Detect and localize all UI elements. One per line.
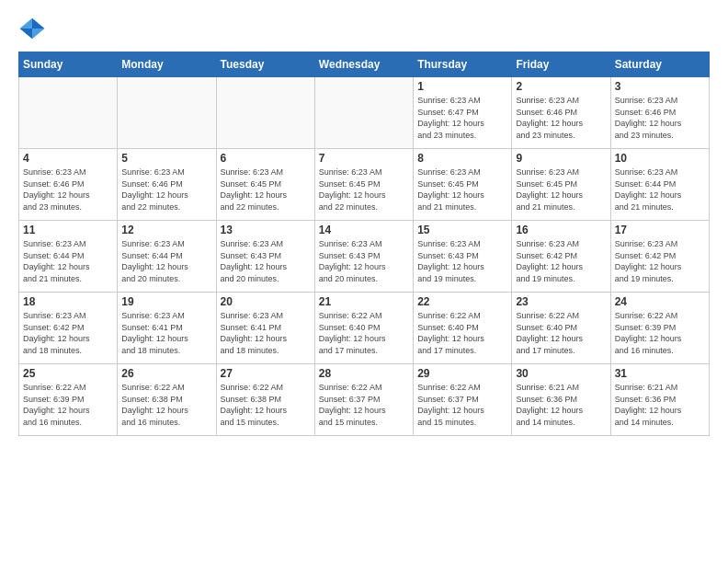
week-row-4: 18Sunrise: 6:23 AM Sunset: 6:42 PM Dayli… — [19, 293, 710, 364]
day-number: 10 — [615, 152, 705, 165]
calendar-cell: 15Sunrise: 6:23 AM Sunset: 6:43 PM Dayli… — [414, 221, 512, 293]
day-info: Sunrise: 6:23 AM Sunset: 6:47 PM Dayligh… — [417, 95, 507, 141]
day-info: Sunrise: 6:21 AM Sunset: 6:36 PM Dayligh… — [615, 382, 705, 428]
day-number: 29 — [417, 367, 507, 380]
day-info: Sunrise: 6:22 AM Sunset: 6:40 PM Dayligh… — [319, 310, 409, 356]
calendar-cell: 14Sunrise: 6:23 AM Sunset: 6:43 PM Dayli… — [314, 221, 413, 293]
svg-marker-3 — [20, 29, 33, 39]
calendar-cell: 25Sunrise: 6:22 AM Sunset: 6:39 PM Dayli… — [19, 364, 118, 436]
day-number: 30 — [516, 367, 606, 380]
day-number: 1 — [417, 80, 507, 93]
day-number: 15 — [417, 224, 507, 236]
page: SundayMondayTuesdayWednesdayThursdayFrid… — [0, 0, 728, 445]
day-number: 13 — [221, 224, 311, 236]
day-number: 14 — [319, 224, 409, 236]
day-number: 21 — [319, 295, 409, 308]
calendar-cell: 2Sunrise: 6:23 AM Sunset: 6:46 PM Daylig… — [512, 77, 610, 149]
day-info: Sunrise: 6:23 AM Sunset: 6:44 PM Dayligh… — [615, 167, 705, 213]
week-row-2: 4Sunrise: 6:23 AM Sunset: 6:46 PM Daylig… — [19, 149, 710, 221]
calendar-cell: 1Sunrise: 6:23 AM Sunset: 6:47 PM Daylig… — [414, 77, 512, 149]
calendar-cell: 28Sunrise: 6:22 AM Sunset: 6:37 PM Dayli… — [314, 364, 413, 436]
calendar-cell — [314, 77, 413, 149]
day-info: Sunrise: 6:22 AM Sunset: 6:37 PM Dayligh… — [319, 382, 409, 428]
col-header-tuesday: Tuesday — [216, 52, 314, 77]
calendar-cell: 7Sunrise: 6:23 AM Sunset: 6:45 PM Daylig… — [314, 149, 413, 221]
calendar-cell: 24Sunrise: 6:22 AM Sunset: 6:39 PM Dayli… — [610, 293, 709, 364]
calendar-cell: 29Sunrise: 6:22 AM Sunset: 6:37 PM Dayli… — [414, 364, 512, 436]
day-number: 4 — [23, 152, 113, 165]
day-info: Sunrise: 6:23 AM Sunset: 6:45 PM Dayligh… — [417, 167, 507, 213]
calendar-cell — [118, 77, 216, 149]
day-number: 17 — [615, 224, 705, 236]
day-number: 20 — [221, 295, 311, 308]
calendar-cell — [19, 77, 118, 149]
day-number: 28 — [319, 367, 409, 380]
day-info: Sunrise: 6:23 AM Sunset: 6:45 PM Dayligh… — [319, 167, 409, 213]
day-info: Sunrise: 6:23 AM Sunset: 6:42 PM Dayligh… — [615, 238, 705, 284]
day-info: Sunrise: 6:23 AM Sunset: 6:41 PM Dayligh… — [221, 310, 311, 356]
day-info: Sunrise: 6:23 AM Sunset: 6:43 PM Dayligh… — [221, 238, 311, 284]
day-number: 23 — [516, 295, 606, 308]
day-number: 7 — [319, 152, 409, 165]
calendar-cell: 4Sunrise: 6:23 AM Sunset: 6:46 PM Daylig… — [19, 149, 118, 221]
day-number: 22 — [417, 295, 507, 308]
calendar-cell: 23Sunrise: 6:22 AM Sunset: 6:40 PM Dayli… — [512, 293, 610, 364]
day-info: Sunrise: 6:23 AM Sunset: 6:44 PM Dayligh… — [23, 238, 113, 284]
calendar-cell: 10Sunrise: 6:23 AM Sunset: 6:44 PM Dayli… — [610, 149, 709, 221]
day-info: Sunrise: 6:22 AM Sunset: 6:40 PM Dayligh… — [516, 310, 606, 356]
day-number: 25 — [23, 367, 113, 380]
day-info: Sunrise: 6:21 AM Sunset: 6:36 PM Dayligh… — [516, 382, 606, 428]
day-number: 5 — [121, 152, 211, 165]
week-row-3: 11Sunrise: 6:23 AM Sunset: 6:44 PM Dayli… — [19, 221, 710, 293]
header — [18, 15, 710, 42]
week-row-1: 1Sunrise: 6:23 AM Sunset: 6:47 PM Daylig… — [19, 77, 710, 149]
calendar-cell: 8Sunrise: 6:23 AM Sunset: 6:45 PM Daylig… — [414, 149, 512, 221]
calendar-cell: 17Sunrise: 6:23 AM Sunset: 6:42 PM Dayli… — [610, 221, 709, 293]
calendar-cell: 12Sunrise: 6:23 AM Sunset: 6:44 PM Dayli… — [118, 221, 216, 293]
calendar-cell: 16Sunrise: 6:23 AM Sunset: 6:42 PM Dayli… — [512, 221, 610, 293]
day-info: Sunrise: 6:23 AM Sunset: 6:46 PM Dayligh… — [516, 95, 606, 141]
day-info: Sunrise: 6:22 AM Sunset: 6:38 PM Dayligh… — [221, 382, 311, 428]
day-number: 8 — [417, 152, 507, 165]
day-number: 12 — [121, 224, 211, 236]
day-number: 9 — [516, 152, 606, 165]
calendar-cell: 9Sunrise: 6:23 AM Sunset: 6:45 PM Daylig… — [512, 149, 610, 221]
col-header-saturday: Saturday — [610, 52, 709, 77]
calendar-cell: 5Sunrise: 6:23 AM Sunset: 6:46 PM Daylig… — [118, 149, 216, 221]
logo-icon — [18, 15, 46, 42]
day-info: Sunrise: 6:22 AM Sunset: 6:39 PM Dayligh… — [23, 382, 113, 428]
day-info: Sunrise: 6:22 AM Sunset: 6:39 PM Dayligh… — [615, 310, 705, 356]
calendar-table: SundayMondayTuesdayWednesdayThursdayFrid… — [18, 52, 710, 436]
logo — [18, 15, 50, 42]
day-info: Sunrise: 6:23 AM Sunset: 6:42 PM Dayligh… — [23, 310, 113, 356]
day-info: Sunrise: 6:23 AM Sunset: 6:46 PM Dayligh… — [23, 167, 113, 213]
week-row-5: 25Sunrise: 6:22 AM Sunset: 6:39 PM Dayli… — [19, 364, 710, 436]
col-header-sunday: Sunday — [19, 52, 118, 77]
day-info: Sunrise: 6:23 AM Sunset: 6:42 PM Dayligh… — [516, 238, 606, 284]
col-header-thursday: Thursday — [414, 52, 512, 77]
svg-marker-0 — [32, 18, 45, 29]
day-info: Sunrise: 6:23 AM Sunset: 6:45 PM Dayligh… — [516, 167, 606, 213]
calendar-cell: 19Sunrise: 6:23 AM Sunset: 6:41 PM Dayli… — [118, 293, 216, 364]
day-info: Sunrise: 6:22 AM Sunset: 6:37 PM Dayligh… — [417, 382, 507, 428]
day-number: 3 — [615, 80, 705, 93]
calendar-cell: 11Sunrise: 6:23 AM Sunset: 6:44 PM Dayli… — [19, 221, 118, 293]
col-header-friday: Friday — [512, 52, 610, 77]
day-info: Sunrise: 6:23 AM Sunset: 6:44 PM Dayligh… — [121, 238, 211, 284]
day-number: 27 — [221, 367, 311, 380]
day-info: Sunrise: 6:23 AM Sunset: 6:45 PM Dayligh… — [221, 167, 311, 213]
day-number: 18 — [23, 295, 113, 308]
calendar-cell: 20Sunrise: 6:23 AM Sunset: 6:41 PM Dayli… — [216, 293, 314, 364]
calendar-cell: 18Sunrise: 6:23 AM Sunset: 6:42 PM Dayli… — [19, 293, 118, 364]
day-info: Sunrise: 6:23 AM Sunset: 6:46 PM Dayligh… — [615, 95, 705, 141]
day-info: Sunrise: 6:22 AM Sunset: 6:38 PM Dayligh… — [121, 382, 211, 428]
day-number: 24 — [615, 295, 705, 308]
calendar-cell: 26Sunrise: 6:22 AM Sunset: 6:38 PM Dayli… — [118, 364, 216, 436]
header-row: SundayMondayTuesdayWednesdayThursdayFrid… — [19, 52, 710, 77]
svg-marker-2 — [20, 18, 33, 29]
calendar-cell — [216, 77, 314, 149]
day-info: Sunrise: 6:23 AM Sunset: 6:43 PM Dayligh… — [319, 238, 409, 284]
col-header-monday: Monday — [118, 52, 216, 77]
calendar-cell: 30Sunrise: 6:21 AM Sunset: 6:36 PM Dayli… — [512, 364, 610, 436]
svg-marker-1 — [32, 29, 45, 39]
